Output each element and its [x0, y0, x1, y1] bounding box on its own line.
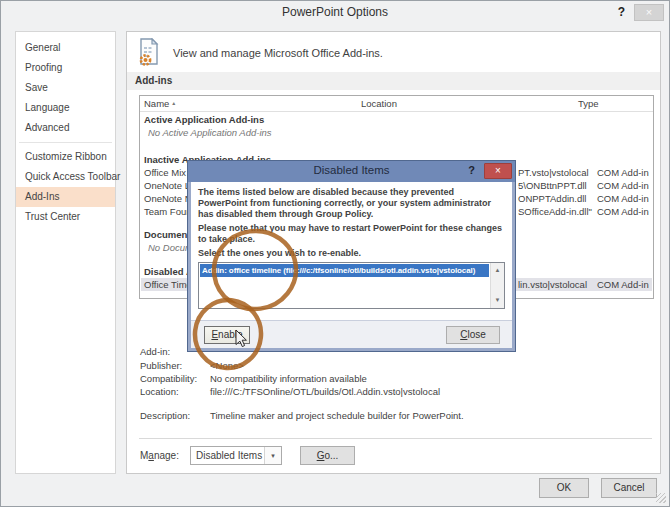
sidebar-item-trust-center[interactable]: Trust Center	[16, 207, 115, 227]
sidebar-item-proofing[interactable]: Proofing	[16, 58, 115, 78]
dialog-footer: Enable Close	[191, 320, 512, 348]
sidebar-item-general[interactable]: General	[16, 38, 115, 58]
panel-intro-text: View and manage Microsoft Office Add-ins…	[173, 47, 383, 59]
window-title: PowerPoint Options	[1, 5, 669, 19]
window-titlebar: PowerPoint Options ? ×	[1, 1, 669, 25]
sidebar-divider	[19, 142, 112, 143]
manage-separator	[139, 438, 652, 439]
chevron-down-icon[interactable]: ▾	[264, 447, 281, 464]
manage-dropdown[interactable]: Disabled Items ▾	[190, 446, 282, 465]
document-gear-icon	[137, 38, 161, 66]
dialog-title: Disabled Items	[188, 164, 515, 176]
sidebar-item-language[interactable]: Language	[16, 98, 115, 118]
sidebar: General Proofing Save Language Advanced …	[15, 31, 116, 474]
dialog-text-2: Please note that you may have to restart…	[198, 223, 505, 245]
dialog-close-button[interactable]: Close	[446, 326, 500, 344]
table-row-group-active: Active Application Add-ins	[141, 113, 652, 126]
detail-location: Location:file:///C:/TFSOnline/OTL/builds…	[140, 385, 652, 398]
addins-section-label: Add-ins	[127, 72, 660, 90]
close-icon[interactable]: ×	[634, 4, 664, 21]
sidebar-item-add-ins[interactable]: Add-Ins	[16, 187, 115, 207]
go-button[interactable]: Go...	[300, 446, 355, 465]
sidebar-item-advanced[interactable]: Advanced	[16, 118, 115, 138]
sidebar-item-save[interactable]: Save	[16, 78, 115, 98]
sidebar-item-quick-access-toolbar[interactable]: Quick Access Toolbar	[16, 167, 115, 187]
disabled-items-dialog: Disabled Items ? × The items listed belo…	[187, 160, 516, 352]
scroll-down-icon[interactable]: ▼	[491, 295, 504, 306]
dialog-body: The items listed below are disabled beca…	[191, 182, 512, 320]
table-row-no-active: No Active Application Add-ins	[141, 126, 652, 139]
help-icon[interactable]: ?	[618, 5, 625, 19]
column-header-location[interactable]: Location	[361, 98, 397, 109]
listbox-item-office-timeline[interactable]: Addin: office timeline (file:///c:/tfson…	[200, 264, 489, 277]
ok-button[interactable]: OK	[539, 478, 589, 498]
manage-dropdown-value: Disabled Items	[196, 450, 262, 461]
column-header-name[interactable]: Name▴	[144, 98, 175, 109]
sidebar-item-customize-ribbon[interactable]: Customize Ribbon	[16, 147, 115, 167]
detail-description: Description:Timeline maker and project s…	[140, 409, 652, 422]
dialog-close-icon[interactable]: ×	[484, 163, 512, 179]
cancel-button[interactable]: Cancel	[601, 478, 657, 498]
sort-ascending-icon: ▴	[172, 100, 175, 106]
manage-label: Manage:	[140, 446, 179, 465]
scroll-up-icon[interactable]: ▲	[491, 265, 504, 276]
detail-compatibility: Compatibility:No compatibility informati…	[140, 372, 652, 385]
enable-button[interactable]: Enable	[204, 326, 250, 344]
column-header-type[interactable]: Type	[578, 98, 599, 109]
dialog-text-3: Select the ones you wish to re-enable.	[198, 248, 505, 259]
listbox-scrollbar[interactable]: ▲ ▼	[490, 263, 504, 308]
dialog-titlebar: Disabled Items ? ×	[188, 161, 515, 182]
dialog-help-icon[interactable]: ?	[468, 164, 475, 176]
disabled-items-listbox[interactable]: Addin: office timeline (file:///c:/tfson…	[198, 262, 505, 309]
detail-publisher: Publisher:<None>	[140, 359, 652, 372]
dialog-text-1: The items listed below are disabled beca…	[198, 187, 505, 220]
resize-grip[interactable]	[656, 493, 666, 503]
table-header-row: Name▴ Location Type	[140, 96, 653, 112]
